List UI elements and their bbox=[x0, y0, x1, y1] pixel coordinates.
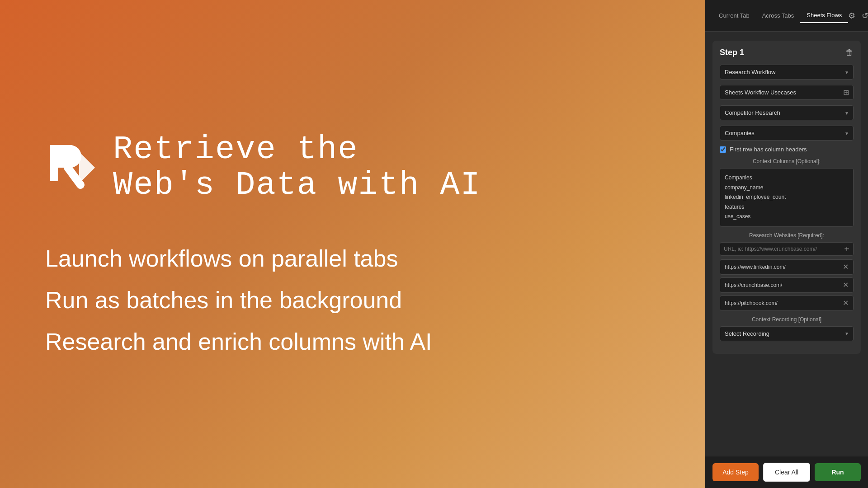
sheet-select[interactable]: Companies Products Leads bbox=[720, 126, 854, 141]
column-item: features bbox=[725, 202, 849, 212]
logo-area: Retrieve the Web's Data with AI bbox=[45, 132, 669, 203]
workflow-select-wrapper: Research Workflow Scraping Workflow Enri… bbox=[720, 65, 854, 80]
context-recording-group: Context Recording [Optional] Select Reco… bbox=[720, 316, 854, 341]
column-item: Companies bbox=[725, 173, 849, 183]
scenario-select[interactable]: Competitor Research Lead Generation Mark… bbox=[720, 105, 854, 120]
context-columns-group: Context Columns [Optional]: Companies co… bbox=[720, 158, 854, 227]
tab-sheets-flows[interactable]: Sheets Flows bbox=[800, 8, 848, 23]
url-input[interactable] bbox=[724, 246, 844, 252]
top-nav: Current Tab Across Tabs Sheets Flows ⚙ ↺… bbox=[705, 0, 868, 32]
sheets-btn-wrapper: Sheets Workflow Usecases ⊞ bbox=[720, 85, 854, 100]
url-item-2: https://crunchbase.com/ ✕ bbox=[720, 277, 854, 293]
url-text-1: https://www.linkedin.com/ bbox=[725, 264, 786, 270]
right-panel: Current Tab Across Tabs Sheets Flows ⚙ ↺… bbox=[705, 0, 868, 488]
add-step-button[interactable]: Add Step bbox=[712, 463, 759, 481]
research-websites-label: Research Websites [Required]: bbox=[720, 232, 854, 239]
column-item: use_cases bbox=[725, 212, 849, 222]
sheets-usecases-button[interactable]: Sheets Workflow Usecases bbox=[720, 85, 854, 100]
column-item: company_name bbox=[725, 183, 849, 193]
remove-url-1-button[interactable]: ✕ bbox=[843, 263, 849, 271]
sheet-group: Companies Products Leads bbox=[720, 126, 854, 141]
settings-icon[interactable]: ⚙ bbox=[848, 11, 855, 21]
tagline-2: Run as batches in the background bbox=[45, 286, 669, 314]
logo-line1: Retrieve the bbox=[113, 132, 481, 168]
bottom-toolbar: Add Step Clear All Run bbox=[705, 456, 868, 488]
step-card: Step 1 🗑 Research Workflow Scraping Work… bbox=[712, 41, 861, 354]
url-text-3: https://pitchbook.com/ bbox=[725, 300, 778, 306]
logo-icon bbox=[45, 141, 99, 195]
tab-across-tabs[interactable]: Across Tabs bbox=[756, 9, 801, 23]
url-input-wrapper: + bbox=[720, 242, 854, 256]
header-checkbox-row: First row has column headers bbox=[720, 146, 854, 153]
remove-url-3-button[interactable]: ✕ bbox=[843, 300, 849, 307]
logo-line2: Web's Data with AI bbox=[113, 168, 481, 203]
first-row-label: First row has column headers bbox=[730, 146, 807, 153]
url-item-3: https://pitchbook.com/ ✕ bbox=[720, 296, 854, 311]
taglines: Launch workflows on parallel tabs Run as… bbox=[45, 244, 669, 356]
url-item-1: https://www.linkedin.com/ ✕ bbox=[720, 259, 854, 275]
first-row-checkbox[interactable] bbox=[720, 146, 726, 153]
svg-marker-3 bbox=[79, 152, 95, 183]
sheet-select-wrapper: Companies Products Leads bbox=[720, 126, 854, 141]
delete-step-button[interactable]: 🗑 bbox=[845, 48, 854, 57]
tagline-3: Research and enrich columns with AI bbox=[45, 328, 669, 356]
tab-current-tab[interactable]: Current Tab bbox=[712, 9, 756, 23]
columns-list: Companies company_name linkedin_employee… bbox=[720, 168, 854, 227]
remove-url-2-button[interactable]: ✕ bbox=[843, 282, 849, 289]
workflow-select[interactable]: Research Workflow Scraping Workflow Enri… bbox=[720, 65, 854, 80]
sheets-group: Sheets Workflow Usecases ⊞ bbox=[720, 85, 854, 100]
sheets-icon: ⊞ bbox=[843, 88, 849, 97]
svg-rect-1 bbox=[50, 145, 72, 153]
context-columns-label: Context Columns [Optional]: bbox=[720, 158, 854, 164]
left-panel: Retrieve the Web's Data with AI Launch w… bbox=[0, 0, 705, 488]
step-title: Step 1 bbox=[720, 48, 744, 57]
scenario-group: Competitor Research Lead Generation Mark… bbox=[720, 105, 854, 120]
panel-body: Step 1 🗑 Research Workflow Scraping Work… bbox=[705, 32, 868, 456]
workflow-group: Research Workflow Scraping Workflow Enri… bbox=[720, 65, 854, 80]
tagline-1: Launch workflows on parallel tabs bbox=[45, 244, 669, 272]
column-item: linkedin_employee_count bbox=[725, 192, 849, 202]
run-button[interactable]: Run bbox=[815, 463, 861, 481]
url-text-2: https://crunchbase.com/ bbox=[725, 282, 782, 288]
scenario-select-wrapper: Competitor Research Lead Generation Mark… bbox=[720, 105, 854, 120]
research-websites-group: Research Websites [Required]: + https://… bbox=[720, 232, 854, 311]
clear-all-button[interactable]: Clear All bbox=[763, 463, 810, 482]
step-header: Step 1 🗑 bbox=[720, 48, 854, 57]
context-recording-label: Context Recording [Optional] bbox=[720, 316, 854, 323]
nav-icons: ⚙ ↺ 📋 𝑓𝑥 bbox=[848, 11, 868, 21]
recording-select-wrapper: Select Recording bbox=[720, 326, 854, 341]
history-icon[interactable]: ↺ bbox=[862, 11, 868, 21]
nav-tabs: Current Tab Across Tabs Sheets Flows bbox=[712, 8, 848, 23]
logo-text: Retrieve the Web's Data with AI bbox=[113, 132, 481, 203]
recording-select[interactable]: Select Recording bbox=[720, 326, 854, 341]
add-url-button[interactable]: + bbox=[844, 244, 849, 253]
